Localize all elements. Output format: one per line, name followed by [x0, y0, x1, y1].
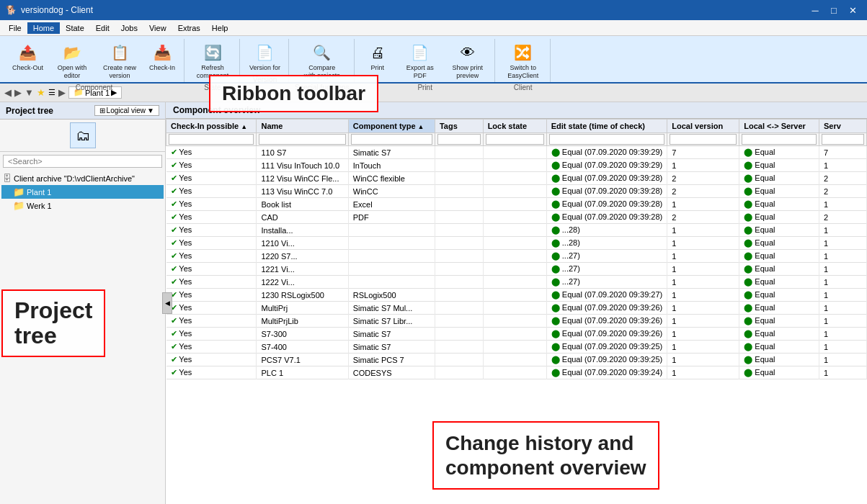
filter-tags-input[interactable]: [437, 134, 481, 145]
table-row[interactable]: ✔ Yes110 S7Simatic S7⬤ Equal (07.09.2020…: [166, 146, 867, 159]
tree-node-werk1[interactable]: 📁 Werk 1: [1, 199, 164, 212]
search-box[interactable]: [3, 155, 162, 168]
print-button[interactable]: 🖨Print: [360, 39, 395, 82]
tree-node-plant1[interactable]: 📁 Plant 1: [1, 185, 164, 199]
filter-checkin[interactable]: [166, 133, 257, 146]
compare-button[interactable]: 🔍Compare with projects: [300, 39, 344, 82]
table-cell: [483, 341, 546, 354]
ribbon-group-component: 📤Check-Out📂Open with editor📋Create new v…: [4, 39, 184, 82]
table-row[interactable]: ✔ YesPCS7 V7.1Simatic PCS 7⬤ Equal (07.0…: [166, 354, 867, 366]
checkin-button[interactable]: 📥Check-In: [145, 39, 179, 82]
table-row[interactable]: ✔ Yes1222 Vi...⬤ ...27)1⬤ Equal1: [166, 276, 867, 289]
table-cell: ⬤ Equal (07.09.2020 09:39:29): [546, 159, 667, 172]
collapse-panel-button[interactable]: ◀: [162, 292, 172, 314]
col-comptype[interactable]: Component type ▲: [348, 120, 435, 133]
export-pdf-button[interactable]: 📄Export as PDF: [398, 39, 443, 82]
view-toggle-button[interactable]: ⊞ Logical view ▼: [94, 105, 159, 116]
nav-list[interactable]: ☰: [48, 88, 55, 97]
menu-item-extras[interactable]: Extras: [172, 22, 206, 34]
menu-item-edit[interactable]: Edit: [90, 22, 115, 34]
table-row[interactable]: ✔ YesS7-400Simatic S7⬤ Equal (07.09.2020…: [166, 341, 867, 354]
table-row[interactable]: ✔ Yes112 Visu WinCC Fle...WinCC flexible…: [166, 172, 867, 185]
nav-back[interactable]: ◀: [4, 87, 12, 98]
nav-pin[interactable]: ★: [37, 87, 45, 98]
filter-name[interactable]: [257, 133, 348, 146]
nav-down[interactable]: ▼: [25, 87, 34, 98]
version-btn-button[interactable]: 📄Version for: [246, 39, 284, 74]
table-cell: [348, 224, 435, 237]
table-cell: ⬤ Equal: [739, 237, 819, 250]
search-input[interactable]: [4, 156, 161, 167]
menu-item-home[interactable]: Home: [27, 22, 60, 34]
filter-serv[interactable]: [819, 133, 866, 146]
filter-lock-input[interactable]: [486, 134, 544, 145]
folder-icon-2: 📁: [13, 200, 25, 211]
filter-comptype-input[interactable]: [351, 134, 432, 145]
table-cell: [483, 250, 546, 263]
table-row[interactable]: ✔ YesCADPDF⬤ Equal (07.09.2020 09:39:28)…: [166, 211, 867, 224]
col-localver[interactable]: Local version: [667, 120, 739, 133]
menu-item-jobs[interactable]: Jobs: [115, 22, 143, 34]
table-row[interactable]: ✔ Yes1230 RSLogix500RSLogix500⬤ Equal (0…: [166, 289, 867, 302]
filter-name-input[interactable]: [259, 134, 345, 145]
filter-tags[interactable]: [435, 133, 483, 146]
table-row[interactable]: ✔ Yes1221 Vi...⬤ ...27)1⬤ Equal1: [166, 263, 867, 276]
change-history-annotation: Change history andcomponent overview: [432, 421, 659, 490]
menu-item-view[interactable]: View: [143, 22, 172, 34]
table-row[interactable]: ✔ YesInstalla...⬤ ...28)1⬤ Equal1: [166, 224, 867, 237]
maximize-button[interactable]: □: [825, 3, 842, 17]
col-name[interactable]: Name: [257, 120, 348, 133]
table-cell: ✔ Yes: [166, 250, 257, 263]
filter-lock[interactable]: [483, 133, 546, 146]
table-row[interactable]: ✔ Yes1210 Vi...⬤ ...28)1⬤ Equal1: [166, 237, 867, 250]
col-lock[interactable]: Lock state: [483, 120, 546, 133]
filter-editstate-input[interactable]: [549, 134, 665, 145]
filter-serv-input[interactable]: [822, 134, 864, 145]
table-row[interactable]: ✔ Yes113 Visu WinCC 7.0WinCC⬤ Equal (07.…: [166, 185, 867, 198]
table-cell: [435, 172, 483, 185]
filter-sync[interactable]: [739, 133, 819, 146]
menu-item-state[interactable]: State: [60, 22, 90, 34]
col-editstate[interactable]: Edit state (time of check): [546, 120, 667, 133]
app-title: versiondog - Client: [21, 5, 93, 15]
filter-comptype[interactable]: [348, 133, 435, 146]
table-row[interactable]: ✔ YesS7-300Simatic S7⬤ Equal (07.09.2020…: [166, 328, 867, 341]
tree-root-item[interactable]: 🗄 Client archive "D:\vdClientArchive": [1, 172, 164, 185]
col-serv[interactable]: Serv: [819, 120, 866, 133]
table-cell: ✔ Yes: [166, 211, 257, 224]
filter-editstate[interactable]: [546, 133, 667, 146]
checkout-label: Check-Out: [12, 64, 43, 72]
col-tags[interactable]: Tags: [435, 120, 483, 133]
show-print-button[interactable]: 👁Show print preview: [445, 39, 490, 82]
menu-item-file[interactable]: File: [3, 22, 27, 34]
table-row[interactable]: ✔ YesBook listExcel⬤ Equal (07.09.2020 0…: [166, 198, 867, 211]
component-table-wrapper[interactable]: Change history andcomponent overview Che…: [166, 119, 867, 504]
table-cell: 1: [667, 263, 739, 276]
nav-right[interactable]: ▶: [58, 87, 66, 98]
col-checkin[interactable]: Check-In possible ▲: [166, 120, 257, 133]
minimize-button[interactable]: ─: [806, 3, 824, 17]
nav-forward[interactable]: ▶: [14, 87, 22, 98]
table-cell: Simatic PCS 7: [348, 354, 435, 366]
open-editor-icon: 📂: [61, 41, 84, 64]
menu-item-help[interactable]: Help: [206, 22, 234, 34]
checkout-icon: 📤: [17, 41, 40, 64]
new-version-button[interactable]: 📋Create new version: [97, 39, 142, 82]
checkout-button[interactable]: 📤Check-Out: [9, 39, 47, 82]
close-button[interactable]: ✕: [844, 3, 861, 17]
table-row[interactable]: ✔ YesPLC 1CODESYS⬤ Equal (07.09.2020 09:…: [166, 366, 867, 379]
table-row[interactable]: ✔ YesMultiPrjSimatic S7 Mul...⬤ Equal (0…: [166, 302, 867, 315]
table-cell: PCS7 V7.1: [257, 354, 348, 366]
easy-client-button[interactable]: 🔀Switch to EasyClient: [501, 39, 546, 82]
table-row[interactable]: ✔ Yes1220 S7...⬤ ...27)1⬤ Equal1: [166, 250, 867, 263]
filter-checkin-input[interactable]: [169, 134, 254, 145]
refresh-button[interactable]: 🔄Refresh component: [190, 39, 235, 82]
col-sync[interactable]: Local <-> Server: [739, 120, 819, 133]
filter-localver-input[interactable]: [670, 134, 737, 145]
open-editor-button[interactable]: 📂Open with editor: [50, 39, 94, 82]
table-row[interactable]: ✔ YesMultiPrjLibSimatic S7 Libr...⬤ Equa…: [166, 315, 867, 328]
show-print-icon: 👁: [456, 41, 479, 64]
filter-localver[interactable]: [667, 133, 739, 146]
table-row[interactable]: ✔ Yes111 Visu InTouch 10.0InTouch⬤ Equal…: [166, 159, 867, 172]
filter-sync-input[interactable]: [742, 134, 817, 145]
